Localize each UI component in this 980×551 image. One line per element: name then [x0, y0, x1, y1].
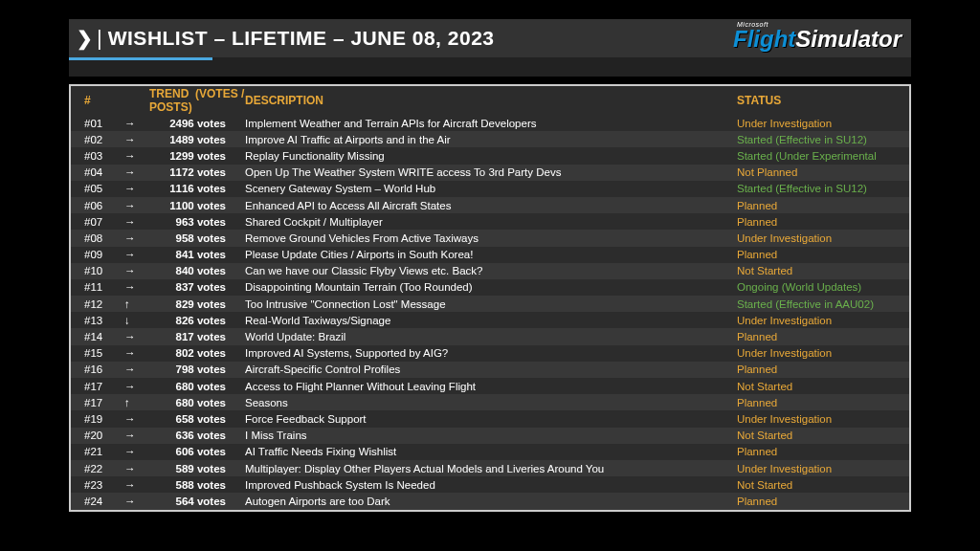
- trend-arrow-icon: ↑: [124, 397, 149, 408]
- table-row[interactable]: #02→1489 votesImprove AI Traffic at Airp…: [71, 131, 909, 147]
- cell-status: Planned: [737, 364, 896, 375]
- cell-description: Access to Flight Planner Without Leaving…: [245, 381, 737, 392]
- cell-description: Real-World Taxiways/Signage: [245, 315, 737, 326]
- table-row[interactable]: #05→1116 votesScenery Gateway System – W…: [71, 181, 909, 197]
- cell-status: Planned: [737, 397, 896, 408]
- cell-status: Under Investigation: [737, 463, 896, 474]
- table-row[interactable]: #11→837 votesDisappointing Mountain Terr…: [71, 279, 909, 296]
- cell-description: Scenery Gateway System – World Hub: [245, 183, 737, 194]
- table-row[interactable]: #15→802 votesImproved AI Systems, Suppor…: [71, 345, 909, 362]
- cell-status: Under Investigation: [737, 347, 896, 359]
- table-row[interactable]: #13↓826 votesReal-World Taxiways/Signage…: [71, 312, 909, 328]
- cell-status: Under Investigation: [737, 232, 896, 244]
- table-row[interactable]: #22→589 votesMultiplayer: Display Other …: [71, 460, 909, 476]
- cell-status: Planned: [737, 331, 896, 342]
- tab-strip: [69, 57, 911, 77]
- col-votes: TREND (VOTES / POSTS): [149, 87, 245, 114]
- cell-description: Autogen Airports are too Dark: [245, 496, 737, 507]
- cell-votes: 840 votes: [149, 265, 245, 276]
- cell-rank: #12: [84, 298, 124, 310]
- cell-description: Force Feedback Support: [245, 413, 737, 425]
- cell-status: Not Started: [737, 479, 896, 491]
- cell-rank: #04: [84, 166, 124, 178]
- table-row[interactable]: #24→564 votesAutogen Airports are too Da…: [71, 493, 909, 509]
- cell-status: Started (Under Experimental: [737, 150, 896, 162]
- table-row[interactable]: #19→658 votesForce Feedback SupportUnder…: [71, 410, 909, 427]
- cell-description: Please Update Cities / Airports in South…: [245, 249, 737, 260]
- trend-arrow-icon: →: [124, 479, 149, 491]
- cell-rank: #09: [84, 249, 124, 260]
- table-row[interactable]: #17→680 votesAccess to Flight Planner Wi…: [71, 378, 909, 394]
- cell-status: Not Started: [737, 430, 896, 441]
- cell-description: Improve AI Traffic at Airports and in th…: [245, 134, 737, 145]
- cell-status: Under Investigation: [737, 413, 896, 425]
- trend-arrow-icon: →: [124, 347, 149, 359]
- wishlist-table: # TREND (VOTES / POSTS) DESCRIPTION STAT…: [69, 84, 911, 512]
- trend-arrow-icon: →: [124, 364, 149, 375]
- trend-arrow-icon: →: [124, 413, 149, 425]
- table-row[interactable]: #07→963 votesShared Cockpit / Multiplaye…: [71, 213, 909, 230]
- cell-rank: #07: [84, 216, 124, 228]
- cell-votes: 817 votes: [149, 331, 245, 342]
- cell-rank: #17: [84, 397, 124, 408]
- cell-votes: 802 votes: [149, 347, 245, 359]
- cell-description: Multiplayer: Display Other Players Actua…: [245, 463, 737, 474]
- cell-status: Planned: [737, 446, 896, 457]
- cell-description: Shared Cockpit / Multiplayer: [245, 216, 737, 228]
- cell-status: Not Started: [737, 265, 896, 276]
- cell-rank: #11: [84, 281, 124, 293]
- trend-arrow-icon: →: [124, 150, 149, 162]
- cell-votes: 958 votes: [149, 232, 245, 244]
- col-description: DESCRIPTION: [245, 94, 737, 107]
- trend-arrow-icon: →: [124, 281, 149, 293]
- trend-arrow-icon: →: [124, 265, 149, 276]
- cell-rank: #08: [84, 232, 124, 244]
- cell-votes: 837 votes: [149, 281, 245, 293]
- cell-status: Under Investigation: [737, 118, 896, 129]
- cell-votes: 1100 votes: [149, 200, 245, 211]
- table-row[interactable]: #21→606 votesAI Traffic Needs Fixing Wis…: [71, 444, 909, 460]
- table-header: # TREND (VOTES / POSTS) DESCRIPTION STAT…: [71, 86, 909, 115]
- trend-arrow-icon: ↓: [124, 315, 149, 326]
- cell-rank: #20: [84, 430, 124, 441]
- trend-arrow-icon: →: [124, 166, 149, 178]
- cell-votes: 680 votes: [149, 397, 245, 408]
- tab-active-indicator[interactable]: [69, 57, 212, 60]
- logo-sim-text: Simulator: [795, 26, 902, 52]
- trend-arrow-icon: →: [124, 331, 149, 342]
- cell-rank: #24: [84, 496, 124, 507]
- cell-votes: 680 votes: [149, 381, 245, 392]
- cell-votes: 826 votes: [149, 315, 245, 326]
- table-row[interactable]: #16→798 votesAircraft-Specific Control P…: [71, 362, 909, 378]
- cell-rank: #06: [84, 200, 124, 211]
- cell-status: Ongoing (World Updates): [737, 281, 896, 293]
- table-row[interactable]: #08→958 votesRemove Ground Vehicles From…: [71, 230, 909, 246]
- table-row[interactable]: #20→636 votesI Miss TrainsNot Started: [71, 428, 909, 444]
- trend-arrow-icon: ↑: [124, 298, 149, 310]
- cell-votes: 564 votes: [149, 496, 245, 507]
- table-row[interactable]: #10→840 votesCan we have our Classic Fly…: [71, 263, 909, 279]
- cell-description: World Update: Brazil: [245, 331, 737, 342]
- cell-rank: #02: [84, 134, 124, 145]
- cell-rank: #10: [84, 265, 124, 276]
- table-row[interactable]: #04→1172 votesOpen Up The Weather System…: [71, 165, 909, 181]
- trend-arrow-icon: →: [124, 134, 149, 145]
- table-row[interactable]: #14→817 votesWorld Update: BrazilPlanned: [71, 328, 909, 344]
- cell-status: Under Investigation: [737, 315, 896, 326]
- cell-status: Started (Effective in SU12): [737, 134, 896, 145]
- table-row[interactable]: #01→2496 votesImplement Weather and Terr…: [71, 115, 909, 131]
- chevron-right-icon: ❯: [77, 27, 93, 50]
- table-row[interactable]: #03→1299 votesReplay Functionality Missi…: [71, 147, 909, 164]
- cell-rank: #19: [84, 413, 124, 425]
- breadcrumb-separator: |: [97, 26, 102, 51]
- cell-status: Not Planned: [737, 166, 896, 178]
- table-row[interactable]: #09→841 votesPlease Update Cities / Airp…: [71, 247, 909, 263]
- table-row[interactable]: #23→588 votesImproved Pushback System Is…: [71, 476, 909, 493]
- trend-arrow-icon: →: [124, 232, 149, 244]
- table-row[interactable]: #06→1100 votesEnhanced API to Access All…: [71, 197, 909, 213]
- table-row[interactable]: #12↑829 votesToo Intrusive "Connection L…: [71, 296, 909, 312]
- cell-votes: 1116 votes: [149, 183, 245, 194]
- table-row[interactable]: #17↑680 votesSeasonsPlanned: [71, 394, 909, 410]
- cell-votes: 963 votes: [149, 216, 245, 228]
- cell-rank: #21: [84, 446, 124, 457]
